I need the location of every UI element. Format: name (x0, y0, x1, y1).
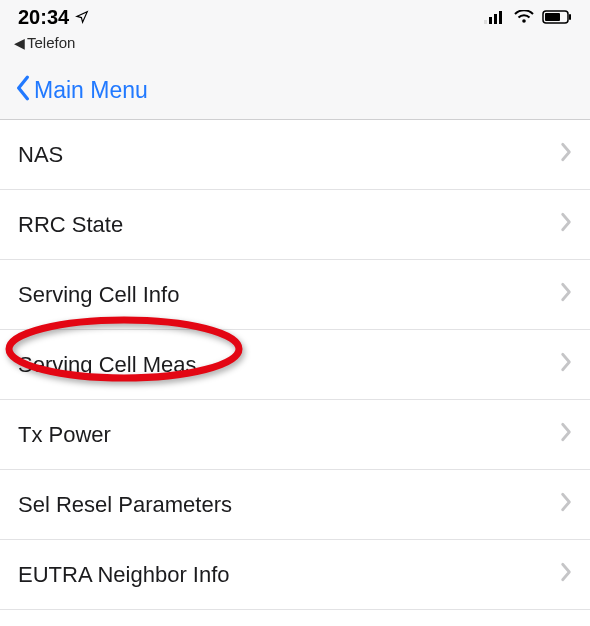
svg-rect-2 (494, 14, 497, 24)
location-icon (75, 6, 89, 29)
chevron-right-icon (560, 282, 572, 308)
list-item-label: Sel Resel Parameters (18, 492, 232, 518)
chevron-right-icon (560, 352, 572, 378)
chevron-left-icon (14, 75, 32, 105)
svg-rect-0 (484, 20, 487, 24)
nav-back[interactable]: Main Menu (0, 55, 590, 119)
svg-rect-6 (545, 13, 560, 21)
list-item-label: Serving Cell Meas (18, 352, 197, 378)
chevron-right-icon (560, 142, 572, 168)
list-item-tx-power[interactable]: Tx Power (0, 400, 590, 470)
list-item-label: EUTRA Neighbor Info (18, 562, 230, 588)
list-item-rrc-state[interactable]: RRC State (0, 190, 590, 260)
list-item-label: NAS (18, 142, 63, 168)
list-item-serving-cell-info[interactable]: Serving Cell Info (0, 260, 590, 330)
chevron-right-icon (560, 422, 572, 448)
back-app-label: Telefon (27, 34, 75, 51)
svg-rect-1 (489, 17, 492, 24)
svg-point-4 (522, 19, 526, 23)
status-bar: 20:34 (0, 0, 590, 34)
status-right (484, 6, 572, 29)
chevron-right-icon (560, 562, 572, 588)
svg-rect-3 (499, 11, 502, 24)
battery-icon (542, 6, 572, 29)
back-to-app[interactable]: ◀ Telefon (0, 34, 590, 55)
status-time: 20:34 (18, 6, 69, 29)
cellular-icon (484, 6, 506, 29)
list-item-sel-resel-parameters[interactable]: Sel Resel Parameters (0, 470, 590, 540)
list-item-eutra-neighbor-info[interactable]: EUTRA Neighbor Info (0, 540, 590, 610)
wifi-icon (514, 6, 534, 29)
chevron-right-icon (560, 492, 572, 518)
list-item-serving-cell-meas[interactable]: Serving Cell Meas (0, 330, 590, 400)
svg-rect-7 (569, 14, 571, 20)
list-item-nas[interactable]: NAS (0, 120, 590, 190)
menu-list: NAS RRC State Serving Cell Info Serving … (0, 120, 590, 610)
header: 20:34 ◀ Telefon Main Menu (0, 0, 590, 120)
chevron-right-icon (560, 212, 572, 238)
list-item-label: RRC State (18, 212, 123, 238)
status-left: 20:34 (18, 6, 89, 29)
list-item-label: Tx Power (18, 422, 111, 448)
list-item-label: Serving Cell Info (18, 282, 179, 308)
back-caret-icon: ◀ (14, 36, 25, 50)
nav-back-title: Main Menu (34, 77, 148, 104)
